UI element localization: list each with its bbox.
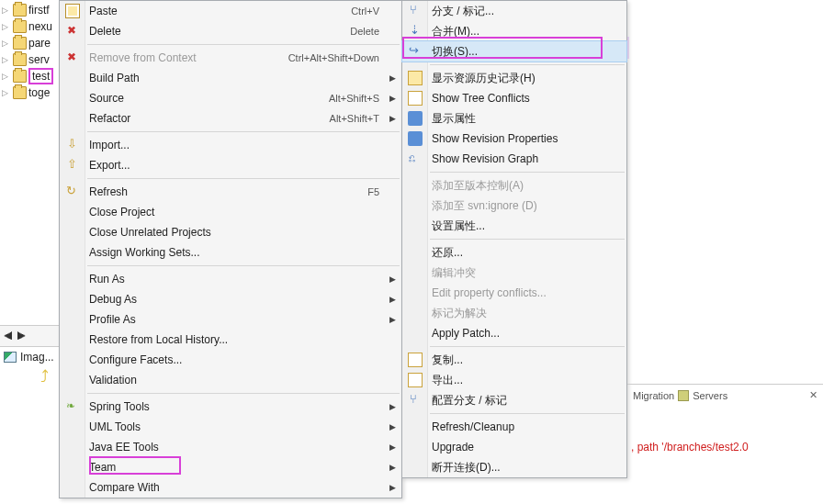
menu-item-restore-from-local-history[interactable]: Restore from Local History... xyxy=(60,330,401,350)
menu-separator xyxy=(87,44,400,45)
image-view-tab[interactable]: Imag... xyxy=(0,347,59,367)
tab-servers[interactable]: Servers xyxy=(693,390,727,401)
servers-icon xyxy=(678,390,689,401)
expand-icon[interactable]: ▷ xyxy=(2,88,11,97)
menu-item-profile-as[interactable]: Profile As▶ xyxy=(60,309,401,330)
project-explorer-tree[interactable]: ▷firstf▷nexu▷pare▷serv▷test▷toge xyxy=(0,0,59,101)
menu-separator xyxy=(430,346,625,347)
switch-icon xyxy=(408,44,423,59)
expand-icon[interactable]: ▷ xyxy=(2,6,11,15)
team-item-[interactable]: 分支 / 标记... xyxy=(402,1,626,21)
merge-icon xyxy=(408,24,423,39)
bottom-tab-scroll[interactable]: ⯇ ⯈ xyxy=(0,325,59,347)
menu-item-close-unrelated-projects[interactable]: Close Unrelated Projects xyxy=(60,222,401,242)
menu-item-label: Show Revision Properties xyxy=(432,132,604,145)
team-item-[interactable]: 显示属性 xyxy=(402,108,626,129)
menu-item-label: Import... xyxy=(89,139,379,151)
menu-item-spring-tools[interactable]: Spring Tools▶ xyxy=(60,397,401,417)
team-item-[interactable]: 设置属性... xyxy=(402,216,626,236)
menu-item-refactor[interactable]: RefactorAlt+Shift+T▶ xyxy=(60,108,401,129)
project-folder-icon xyxy=(13,53,27,66)
team-item-a: 添加至版本控制(A) xyxy=(402,175,626,196)
menu-item-label: 标记为解决 xyxy=(432,306,604,321)
menu-item-label: Close Project xyxy=(89,206,379,218)
close-icon[interactable]: ✕ xyxy=(809,389,817,401)
submenu-arrow-icon: ▶ xyxy=(389,73,396,83)
team-item-[interactable]: 配置分支 / 标记 xyxy=(402,390,626,410)
submenu-arrow-icon: ▶ xyxy=(389,274,396,284)
expand-icon[interactable]: ▷ xyxy=(2,22,11,31)
team-item-edit-property-conflicts: Edit property conflicts... xyxy=(402,283,626,303)
menu-item-label: Build Path xyxy=(89,72,379,84)
menu-item-run-as[interactable]: Run As▶ xyxy=(60,269,401,289)
menu-item-label: Team xyxy=(89,461,379,474)
menu-item-label: Assign Working Sets... xyxy=(89,246,379,259)
menu-separator xyxy=(87,131,400,132)
menu-item-paste[interactable]: PasteCtrl+V xyxy=(60,1,401,21)
menu-item-label: Refresh xyxy=(89,185,367,198)
menu-separator xyxy=(430,172,625,173)
menu-item-label: Validation xyxy=(89,374,379,386)
menu-item-import[interactable]: Import... xyxy=(60,135,401,155)
team-item-show-revision-graph[interactable]: Show Revision Graph xyxy=(402,149,626,169)
tree-item-pare[interactable]: ▷pare xyxy=(0,35,59,51)
page-icon xyxy=(408,353,423,367)
menu-separator xyxy=(430,64,625,65)
team-item-: 标记为解决 xyxy=(402,303,626,323)
menu-item-delete[interactable]: DeleteDelete xyxy=(60,21,401,41)
expand-icon[interactable]: ▷ xyxy=(2,55,11,64)
menu-item-configure-facets[interactable]: Configure Facets... xyxy=(60,350,401,370)
team-item-[interactable]: 导出... xyxy=(402,370,626,390)
team-item-refresh-cleanup[interactable]: Refresh/Cleanup xyxy=(402,417,626,437)
menu-item-label: Edit property conflicts... xyxy=(432,286,604,299)
team-item-apply-patch[interactable]: Apply Patch... xyxy=(402,323,626,343)
menu-accelerator: Alt+Shift+T xyxy=(330,113,379,124)
team-item-show-revision-properties[interactable]: Show Revision Properties xyxy=(402,129,626,149)
menu-item-label: Show Revision Graph xyxy=(432,152,604,165)
tree-item-test[interactable]: ▷test xyxy=(0,68,59,84)
image-view-label: Imag... xyxy=(20,351,54,364)
submenu-arrow-icon: ▶ xyxy=(389,422,396,431)
context-menu-team-submenu[interactable]: 分支 / 标记...合并(M)...切换(S)...显示资源历史记录(H)Sho… xyxy=(401,0,627,478)
tree-item-nexu[interactable]: ▷nexu xyxy=(0,18,59,35)
team-item-[interactable]: 还原... xyxy=(402,242,626,263)
menu-item-uml-tools[interactable]: UML Tools▶ xyxy=(60,417,401,437)
tree-item-toge[interactable]: ▷toge xyxy=(0,84,59,101)
menu-item-label: Upgrade xyxy=(432,441,604,454)
menu-item-remove-from-context: Remove from ContextCtrl+Alt+Shift+Down xyxy=(60,48,401,68)
console-output: , path '/branches/test2.0 , path '/branc… xyxy=(627,413,823,504)
menu-item-source[interactable]: SourceAlt+Shift+S▶ xyxy=(60,88,401,108)
menu-item-close-project[interactable]: Close Project xyxy=(60,202,401,222)
team-item-upgrade[interactable]: Upgrade xyxy=(402,437,626,457)
tree-item-label: nexu xyxy=(28,20,52,33)
branch-icon xyxy=(408,393,423,408)
menu-item-java-ee-tools[interactable]: Java EE Tools▶ xyxy=(60,437,401,457)
menu-item-refresh[interactable]: RefreshF5 xyxy=(60,182,401,202)
context-menu-primary[interactable]: PasteCtrl+VDeleteDeleteRemove from Conte… xyxy=(59,0,402,498)
menu-item-debug-as[interactable]: Debug As▶ xyxy=(60,289,401,309)
tree-item-serv[interactable]: ▷serv xyxy=(0,51,59,68)
team-item-h[interactable]: 显示资源历史记录(H) xyxy=(402,68,626,88)
expand-icon[interactable]: ▷ xyxy=(2,39,11,48)
menu-item-label: 显示资源历史记录(H) xyxy=(432,71,604,86)
submenu-arrow-icon: ▶ xyxy=(389,483,396,492)
team-item-show-tree-conflicts[interactable]: Show Tree Conflicts xyxy=(402,88,626,108)
branch-icon xyxy=(408,4,423,18)
tab-migration[interactable]: Migration xyxy=(633,390,674,401)
menu-item-validation[interactable]: Validation xyxy=(60,370,401,390)
team-item-d[interactable]: 断开连接(D)... xyxy=(402,457,626,477)
expand-icon[interactable]: ▷ xyxy=(2,72,11,81)
menu-item-compare-with[interactable]: Compare With▶ xyxy=(60,477,401,498)
hist-icon xyxy=(408,71,423,85)
bottom-views-tabbar[interactable]: Migration Servers ✕ xyxy=(627,384,823,406)
team-item-s[interactable]: 切换(S)... xyxy=(402,41,626,62)
tree-item-firstf[interactable]: ▷firstf xyxy=(0,2,59,18)
team-item-m[interactable]: 合并(M)... xyxy=(402,21,626,41)
menu-item-assign-working-sets[interactable]: Assign Working Sets... xyxy=(60,242,401,263)
menu-item-label: Debug As xyxy=(89,293,379,306)
menu-item-build-path[interactable]: Build Path▶ xyxy=(60,68,401,88)
menu-accelerator: Ctrl+Alt+Shift+Down xyxy=(288,52,379,63)
menu-item-export[interactable]: Export... xyxy=(60,155,401,175)
menu-item-team[interactable]: Team▶ xyxy=(60,457,401,477)
team-item-[interactable]: 复制... xyxy=(402,350,626,370)
